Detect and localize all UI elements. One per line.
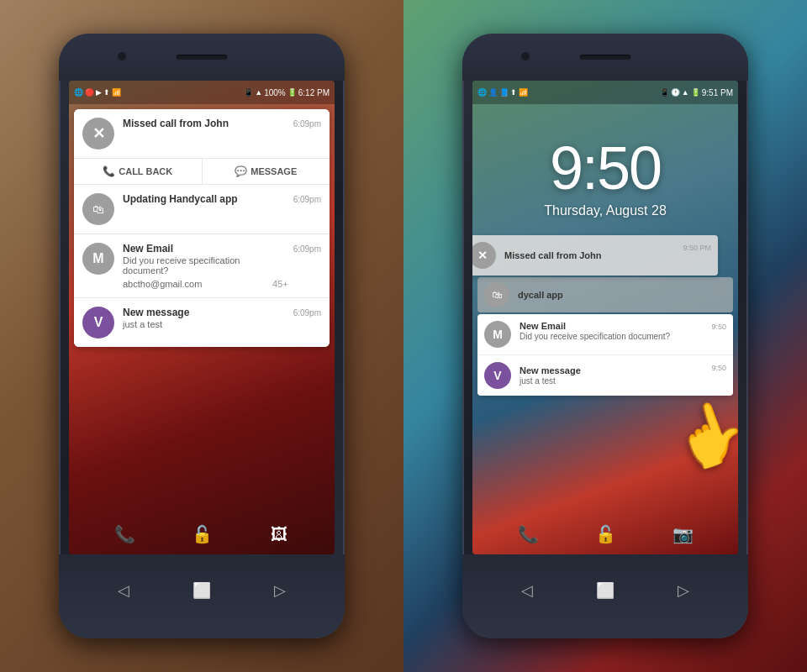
partial-handycall-content: dycall app (518, 290, 710, 301)
status-icon-phone: 📱 (244, 88, 253, 97)
update-icon: 🛍 (92, 202, 104, 216)
left-home-button[interactable]: ⬜ (187, 575, 217, 606)
right-phone-screen: 🌐 👤 📘 ⬆ 📶 📱 🕐 ▲ 🔋 9:51 PM (472, 81, 738, 554)
r-dock-camera-icon[interactable]: 📷 (667, 519, 698, 549)
viber-content: New message just a test (123, 307, 288, 329)
r-email-m-icon: M (493, 328, 503, 341)
right-phone-container: 🌐 👤 📘 ⬆ 📶 📱 🕐 ▲ 🔋 9:51 PM (404, 0, 807, 672)
r-dock-phone-icon[interactable]: 📞 (513, 519, 543, 549)
r-status-icon-1: 🌐 (477, 88, 487, 97)
email-content: New Email Did you receive specification … (123, 243, 288, 289)
right-wallpaper: 🌐 👤 📘 ⬆ 📶 📱 🕐 ▲ 🔋 9:51 PM (472, 81, 738, 554)
call-back-button[interactable]: 📞 CALL BACK (74, 159, 203, 184)
dock-gallery-icon[interactable]: 🖼 (264, 519, 294, 549)
r-viber-title: New message (520, 365, 706, 375)
r-email-sub: Did you receive specification document? (520, 332, 706, 341)
r-dock-lock-icon[interactable]: 🔓 (590, 519, 620, 549)
notif-missed-call[interactable]: ✕ Missed call from John 6:09pm (74, 109, 330, 159)
left-wallpaper: 🌐 🔴 ▶ ⬆ 📶 📱 ▲ 100% 🔋 6:12 PM (69, 81, 335, 554)
left-menu-button[interactable]: ▷ (265, 575, 295, 606)
home-icon: ⬜ (193, 581, 211, 600)
email-title: New Email (123, 243, 288, 255)
dock-lock-icon[interactable]: 🔓 (187, 519, 217, 549)
notif-viber[interactable]: V New message just a test 6:09pm (74, 298, 330, 347)
left-speaker (177, 55, 227, 60)
right-home-button[interactable]: ⬜ (590, 575, 620, 606)
r-email-time: 9:50 (711, 321, 726, 331)
r-status-phone: 📱 (660, 88, 669, 97)
left-notification-panel: ✕ Missed call from John 6:09pm 📞 CALL BA… (74, 109, 330, 347)
status-icon-5: 📶 (112, 88, 121, 97)
r-status-battery: 🔋 (691, 88, 700, 97)
r-email-content: New Email Did you receive specification … (520, 321, 706, 341)
sliding-missed-call[interactable]: ✕ Missed call from John 9:50 PM (472, 235, 718, 276)
dock-phone-icon[interactable]: 📞 (109, 519, 140, 549)
viber-sub: just a test (123, 319, 288, 329)
left-phone-screen: 🌐 🔴 ▶ ⬆ 📶 📱 ▲ 100% 🔋 6:12 PM (69, 81, 335, 554)
left-back-button[interactable]: ◁ (108, 575, 139, 606)
call-back-label: CALL BACK (119, 166, 172, 176)
lock-clock-display: 9:50 Thursday, August 28 (472, 104, 738, 235)
left-bottom-dock: 📞 🔓 🖼 (69, 519, 335, 549)
message-label: MESSAGE (251, 166, 297, 176)
left-phone-bezel-top (59, 34, 345, 81)
r-notif-viber[interactable]: V New message just a test 9:50 (477, 355, 733, 396)
r-notif-email[interactable]: M New Email Did you receive specificatio… (477, 314, 733, 355)
left-status-bar: 🌐 🔴 ▶ ⬆ 📶 📱 ▲ 100% 🔋 6:12 PM (69, 81, 335, 104)
r-email-icon: M (484, 321, 511, 348)
r-status-icon-4: ⬆ (510, 88, 517, 97)
missed-call-icon: ✕ (82, 118, 114, 150)
right-bottom-dock: 📞 🔓 📷 (472, 519, 738, 549)
partial-handycall-title: dycall app (518, 290, 710, 300)
partial-handycall-inner: 🛍 dycall app 9:5 (477, 277, 733, 312)
call-actions: 📞 CALL BACK 💬 MESSAGE (74, 159, 330, 185)
notif-handycall[interactable]: 🛍 Updating Handycall app 6:09pm (74, 185, 330, 234)
email-time: 6:09pm (293, 243, 321, 254)
message-icon: 💬 (235, 165, 247, 177)
r-status-icon-2: 👤 (488, 88, 498, 97)
swipe-cursor-hand: 👆 (664, 390, 738, 480)
r-viber-v-icon: V (493, 369, 501, 382)
menu-icon: ▷ (274, 581, 286, 600)
right-phone-frame: 🌐 👤 📘 ⬆ 📶 📱 🕐 ▲ 🔋 9:51 PM (462, 34, 748, 638)
r-email-title: New Email (520, 321, 706, 331)
lock-time: 9:50 (472, 138, 738, 198)
r-menu-icon: ▷ (678, 581, 689, 600)
status-icon-4: ⬆ (103, 88, 110, 97)
message-button[interactable]: 💬 MESSAGE (203, 159, 330, 184)
sliding-missed-x: ✕ (477, 249, 488, 262)
right-phone-bezel-top (462, 34, 748, 81)
right-speaker (580, 55, 630, 60)
handycall-title: Updating Handycall app (123, 193, 288, 205)
status-icon-wifi: ▲ (255, 88, 262, 97)
partial-handycall: 🛍 dycall app 9:5 (477, 277, 733, 312)
status-icon-1: 🌐 (74, 88, 83, 97)
missed-call-title: Missed call from John (123, 118, 288, 129)
email-count: 45+ (272, 279, 288, 289)
email-sender: abctho@gmail.com (123, 279, 202, 289)
left-phone-container: 🌐 🔴 ▶ ⬆ 📶 📱 ▲ 100% 🔋 6:12 PM (0, 0, 404, 672)
left-status-icons-right: 📱 ▲ 100% 🔋 6:12 PM (244, 88, 330, 97)
viber-icon: V (94, 315, 103, 330)
email-m-icon: M (92, 251, 103, 266)
r-viber-icon: V (484, 362, 511, 389)
viber-time: 6:09pm (293, 307, 321, 318)
right-status-icons-right: 📱 🕐 ▲ 🔋 9:51 PM (660, 88, 733, 97)
right-back-button[interactable]: ◁ (512, 575, 542, 606)
r-home-icon: ⬜ (596, 581, 614, 600)
sliding-missed-time: 9:50 PM (683, 242, 711, 252)
left-phone-bezel-bottom: ◁ ⬜ ▷ (59, 554, 345, 638)
email-icon-circle: M (82, 243, 114, 275)
back-icon: ◁ (118, 581, 129, 600)
r-viber-content: New message just a test (520, 365, 706, 386)
viber-icon-circle: V (82, 307, 114, 339)
notif-email[interactable]: M New Email Did you receive specificatio… (74, 234, 330, 298)
handycall-icon: 🛍 (82, 193, 114, 225)
right-menu-button[interactable]: ▷ (668, 575, 699, 606)
partial-handycall-icon: 🛍 (484, 282, 509, 307)
lock-date: Thursday, August 28 (472, 203, 738, 218)
r-status-wifi: ▲ (682, 88, 689, 97)
sliding-missed-title: Missed call from John (504, 250, 678, 260)
left-clock: 6:12 PM (298, 88, 330, 97)
email-sub1: Did you receive specification document? (123, 255, 288, 276)
